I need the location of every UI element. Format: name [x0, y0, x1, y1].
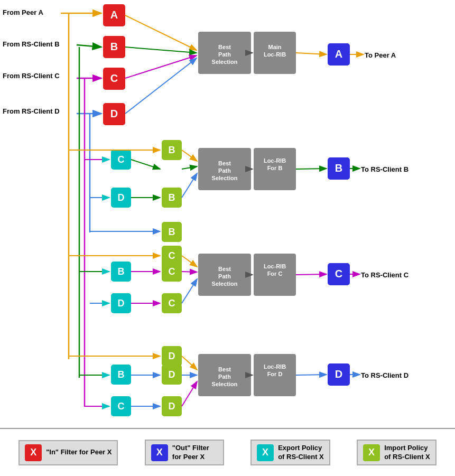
svg-line-8	[125, 15, 197, 50]
in-filter-b-label: B	[110, 41, 118, 52]
bpsc-text3: Selection	[212, 281, 238, 287]
legend-in-filter-text: "In" Filter for Peer X	[46, 448, 112, 457]
to-rs-client-c-label: To RS-Client C	[361, 271, 409, 279]
bpsb-text2: Path	[218, 167, 231, 174]
from-rs-client-d-label: From RS-Client D	[3, 107, 60, 115]
svg-line-33	[182, 272, 197, 272]
legend-import-policy-box: X	[363, 444, 380, 461]
ic-top-label: C	[169, 250, 175, 261]
svg-line-21	[182, 166, 197, 169]
ib-top-label: B	[169, 145, 175, 155]
out-filter-b-label: B	[335, 162, 342, 174]
ec-b-label: C	[118, 154, 125, 165]
lrc-text1: Loc-RIB	[264, 263, 286, 269]
svg-line-47	[296, 375, 327, 375]
ib-mid-label: B	[169, 192, 175, 203]
lrc-text2: For C	[267, 270, 283, 277]
bpsc-text2: Path	[218, 273, 231, 279]
legend-in-filter-box: X	[25, 444, 42, 461]
id-bot-label: D	[169, 401, 175, 412]
id-mid-label: D	[169, 369, 175, 380]
lrb-text1: Loc-RIB	[264, 157, 286, 164]
bpsc-text1: Best	[218, 266, 231, 272]
out-filter-d-label: D	[335, 368, 342, 380]
svg-line-17	[131, 160, 160, 169]
bpsb-text1: Best	[218, 160, 231, 166]
id-top-label: D	[169, 351, 175, 361]
to-rs-client-b-label: To RS-Client B	[361, 165, 408, 173]
ed-c-label: D	[118, 298, 125, 309]
bpsd-text2: Path	[218, 374, 231, 380]
eb-c-label: B	[118, 266, 125, 277]
from-rs-client-b-label: From RS-Client B	[3, 40, 60, 48]
lrb-text2: For B	[267, 165, 283, 171]
bps1-text3: Selection	[212, 59, 238, 65]
eb-d-label: B	[118, 369, 125, 380]
lrd-text1: Loc-RIB	[264, 363, 286, 370]
legend-out-filter-text: "Out" Filterfor Peer X	[172, 444, 209, 462]
svg-line-34	[182, 279, 197, 303]
to-peer-a-label: To Peer A	[365, 51, 396, 59]
in-filter-c-label: C	[110, 72, 118, 84]
legend-export-policy-text: Export Policyof RS-Client X	[278, 444, 324, 462]
legend-out-filter: X "Out" Filterfor Peer X	[145, 440, 224, 466]
ic-mid-label: C	[169, 266, 175, 277]
out-filter-a-label: A	[335, 48, 342, 60]
legend-export-policy-box: X	[257, 444, 274, 461]
ib-bot-label: B	[169, 227, 175, 237]
mlr-text1: Main	[268, 44, 281, 50]
svg-line-1	[77, 45, 101, 47]
from-rs-client-c-label: From RS-Client C	[3, 72, 60, 80]
svg-line-13	[296, 53, 327, 54]
legend-in-filter: X "In" Filter for Peer X	[18, 440, 118, 465]
ic-bot-label: C	[169, 298, 175, 309]
from-peer-a-label: From Peer A	[3, 8, 43, 16]
legend: X "In" Filter for Peer X X "Out" Filterf…	[0, 428, 455, 476]
bpsd-text3: Selection	[212, 381, 238, 387]
to-rs-client-d-label: To RS-Client D	[361, 371, 408, 379]
bpsd-text1: Best	[218, 366, 231, 372]
svg-line-43	[182, 356, 197, 370]
legend-import-policy: X Import Policyof RS-Client X	[357, 440, 437, 466]
svg-line-32	[182, 256, 197, 267]
svg-line-36	[296, 274, 327, 275]
svg-line-22	[182, 173, 197, 198]
out-filter-c-label: C	[335, 268, 342, 279]
legend-export-policy: X Export Policyof RS-Client X	[250, 440, 330, 466]
bps1-text2: Path	[218, 51, 231, 58]
svg-line-45	[182, 381, 197, 406]
svg-line-9	[125, 47, 197, 53]
svg-line-24	[296, 169, 327, 169]
legend-out-filter-box: X	[151, 444, 168, 461]
legend-import-policy-text: Import Policyof RS-Client X	[384, 444, 430, 462]
in-filter-a-label: A	[110, 9, 118, 21]
svg-line-20	[182, 150, 197, 161]
bpsb-text3: Selection	[212, 175, 238, 181]
lrd-text2: For D	[267, 371, 283, 377]
bps1-text1: Best	[218, 44, 231, 50]
in-filter-d-label: D	[110, 108, 118, 119]
mlr-text2: Loc-RIB	[264, 51, 286, 58]
ed-b-label: D	[118, 192, 125, 203]
main-diagram: From Peer A From RS-Client B From RS-Cli…	[0, 0, 455, 428]
ec-d-label: C	[118, 401, 125, 412]
